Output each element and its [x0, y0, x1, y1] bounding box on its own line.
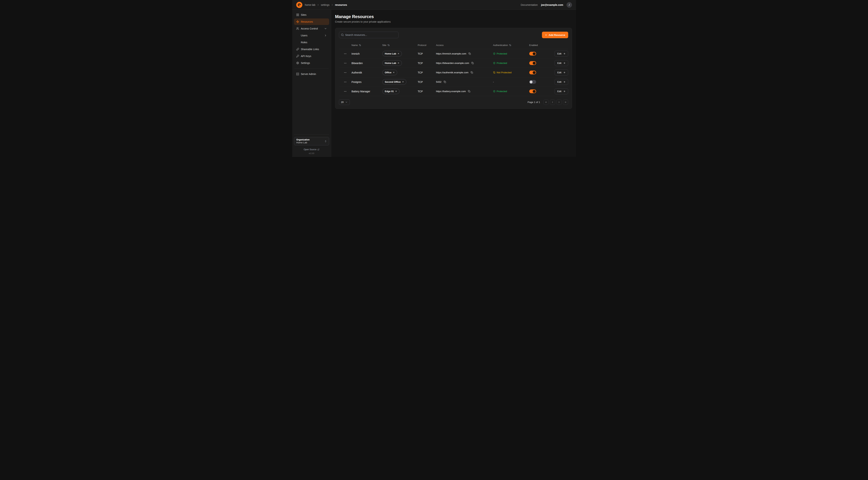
site-link-button[interactable]: Home Lab [382, 60, 402, 66]
app-version: v1.3.0 [294, 152, 329, 155]
resource-name: Battery Manager [351, 90, 382, 93]
row-menu-button[interactable] [343, 61, 347, 65]
row-menu-button[interactable] [343, 70, 347, 75]
breadcrumb-settings[interactable]: settings [321, 3, 330, 6]
arrow-right-icon [563, 53, 565, 55]
auth-label: Protected [497, 52, 507, 55]
copy-button[interactable] [470, 71, 473, 74]
chevrons-right-icon [564, 101, 567, 103]
edit-button[interactable]: Edit [555, 51, 568, 57]
next-page-button[interactable] [556, 99, 562, 105]
edit-button[interactable]: Edit [555, 60, 568, 66]
key-icon [296, 55, 299, 58]
enabled-toggle[interactable] [529, 80, 536, 84]
sidebar: Sites Resources Access Control Users Rol… [292, 10, 331, 157]
arrow-up-right-icon [397, 53, 399, 55]
avatar[interactable]: J [566, 2, 572, 8]
sidebar-footer: Organization Home Lab Open Source v1.3.0 [294, 134, 329, 155]
external-link-icon [317, 149, 319, 151]
copy-icon [444, 81, 446, 83]
column-label: Site [382, 44, 386, 47]
arrow-up-right-icon [397, 62, 399, 64]
add-resource-button[interactable]: Add Resource [542, 32, 568, 38]
arrow-up-right-icon [402, 81, 404, 83]
auth-status: - [493, 81, 494, 83]
sidebar-item-label: Sites [301, 13, 307, 16]
table-row: Authentik Office TCP https://authentik.e… [339, 68, 568, 77]
sort-icon [388, 44, 390, 46]
breadcrumb-org[interactable]: home-lab [305, 3, 315, 6]
sidebar-item-server-admin[interactable]: Server Admin [294, 71, 329, 77]
search-input[interactable] [339, 32, 399, 38]
first-page-button[interactable] [544, 99, 549, 105]
copy-button[interactable] [443, 80, 446, 84]
site-link-button[interactable]: Edge 01 [382, 89, 400, 94]
chevrons-left-icon [545, 101, 547, 103]
sidebar-item-api-keys[interactable]: API Keys [294, 53, 329, 59]
auth-status: Protected [493, 62, 507, 64]
chevron-right-icon [324, 34, 327, 37]
shield-check-icon [493, 62, 495, 64]
page-size-value: 20 [341, 101, 344, 103]
sidebar-item-label: Users [301, 34, 308, 37]
organization-selector[interactable]: Organization Home Lab [294, 137, 329, 145]
pangolin-logo-icon [297, 3, 302, 7]
resource-protocol: TCP [418, 52, 436, 55]
enabled-toggle[interactable] [529, 61, 536, 65]
row-menu-button[interactable] [343, 89, 347, 94]
auth-label: Protected [497, 62, 507, 64]
access-url: https://authentik.example.com [436, 71, 468, 74]
column-header-site[interactable]: Site [382, 44, 418, 47]
edit-button[interactable]: Edit [555, 88, 568, 94]
user-email: joe@example.com [541, 3, 563, 6]
edit-button[interactable]: Edit [555, 79, 568, 85]
sidebar-item-roles[interactable]: Roles [294, 39, 329, 46]
edit-button[interactable]: Edit [555, 69, 568, 76]
site-name: Second Office [385, 81, 401, 83]
sidebar-nav: Sites Resources Access Control Users Rol… [294, 11, 329, 77]
sidebar-item-users[interactable]: Users [294, 32, 329, 39]
enabled-toggle[interactable] [529, 70, 536, 74]
open-source-label: Open Source [304, 148, 316, 151]
copy-button[interactable] [467, 90, 471, 93]
sidebar-item-label: API Keys [301, 55, 311, 58]
last-page-button[interactable] [563, 99, 568, 105]
resource-name: Bitwarden [351, 62, 382, 65]
plus-icon [545, 34, 547, 36]
ellipsis-icon [344, 62, 347, 65]
row-menu-button[interactable] [343, 52, 347, 56]
row-menu-button[interactable] [343, 80, 347, 84]
site-link-button[interactable]: Office [382, 70, 397, 75]
users-icon [296, 27, 299, 30]
sidebar-item-access-control[interactable]: Access Control [294, 25, 329, 32]
previous-page-button[interactable] [550, 99, 555, 105]
open-source-link[interactable]: Open Source [294, 148, 329, 151]
sidebar-item-resources[interactable]: Resources [294, 19, 329, 25]
page-size-select[interactable]: 20 [339, 99, 350, 105]
copy-button[interactable] [468, 52, 471, 55]
chevron-right-icon [317, 4, 319, 6]
resources-card: Add Resource Name Site Protocol Access [335, 28, 572, 109]
sidebar-item-label: Server Admin [301, 72, 316, 76]
search-icon [341, 33, 344, 36]
column-header-protocol: Protocol [418, 44, 436, 47]
site-link-button[interactable]: Home Lab [382, 51, 402, 57]
enabled-toggle[interactable] [529, 52, 536, 56]
column-header-name[interactable]: Name [351, 44, 382, 47]
documentation-link[interactable]: Documentation [521, 3, 538, 6]
resource-protocol: TCP [418, 71, 436, 74]
column-label: Access [436, 44, 444, 47]
sidebar-item-sites[interactable]: Sites [294, 11, 329, 18]
copy-button[interactable] [471, 61, 474, 65]
table-footer: 20 Page 1 of 1 [339, 99, 568, 105]
column-header-authentication[interactable]: Authentication [493, 44, 529, 47]
enabled-toggle[interactable] [529, 89, 536, 93]
site-link-button[interactable]: Second Office [382, 79, 406, 85]
sidebar-item-settings[interactable]: Settings [294, 60, 329, 66]
resource-protocol: TCP [418, 81, 436, 84]
app-logo[interactable] [296, 2, 302, 8]
sidebar-item-label: Settings [301, 62, 310, 64]
table-row: Battery Manager Edge 01 TCP https://batt… [339, 87, 568, 96]
table-row: Postgres Second Office TCP 5432 - [339, 77, 568, 87]
sidebar-item-shareable-links[interactable]: Shareable Links [294, 46, 329, 53]
